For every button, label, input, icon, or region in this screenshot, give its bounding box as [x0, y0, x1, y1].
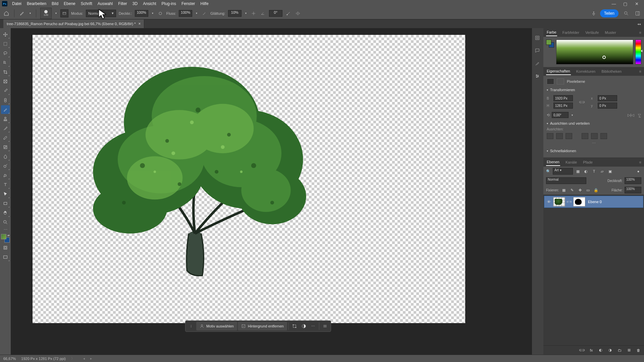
zoom-level[interactable]: 66,67% [3, 357, 16, 361]
panel-menu-icon[interactable]: ≡ [639, 31, 641, 35]
menu-3d[interactable]: 3D [130, 0, 140, 7]
align-center-h-icon[interactable] [556, 133, 563, 139]
tab-eigenschaften[interactable]: Eigenschaften [546, 68, 571, 75]
layer-row[interactable]: 👁 ⊂⊃ Ebene 0 [544, 196, 643, 208]
layer-fill-input[interactable]: 100% [625, 187, 641, 193]
timeline-next-icon[interactable]: ▸ [90, 357, 92, 360]
layer-thumbnail[interactable] [553, 197, 565, 206]
remove-background-button[interactable]: Hintergrund entfernen [238, 322, 287, 330]
layer-opacity-input[interactable]: 100% [625, 177, 641, 184]
align-right-icon[interactable] [566, 133, 572, 139]
eyedropper-tool[interactable] [1, 86, 10, 95]
tab-korrekturen[interactable]: Korrekturen [576, 68, 596, 75]
path-select-tool[interactable] [1, 190, 10, 198]
rotation-dropdown[interactable]: ▾ [571, 113, 574, 117]
comments-panel-icon[interactable] [534, 48, 541, 54]
workspace-icon[interactable] [634, 10, 641, 17]
width-input[interactable] [553, 95, 573, 101]
brush-tool[interactable] [1, 105, 10, 114]
lock-transparency-icon[interactable]: ▦ [561, 187, 567, 193]
screen-mode-icon[interactable] [1, 253, 10, 261]
rotation-input[interactable] [552, 112, 569, 118]
flip-horizontal-icon[interactable]: ▷|◁ [628, 113, 634, 117]
align-top-icon[interactable] [582, 133, 588, 139]
link-wh-icon[interactable]: ⊂⊃ [579, 100, 585, 104]
symmetry-icon[interactable] [294, 10, 301, 17]
foreground-color-swatch[interactable] [1, 234, 6, 239]
panel-menu-icon[interactable]: ≡ [639, 160, 641, 164]
menu-fenster[interactable]: Fenster [179, 0, 198, 7]
gradient-tool[interactable] [1, 143, 10, 152]
layer-blend-select[interactable]: Normal [546, 177, 586, 184]
smooth-dropdown[interactable]: ▾ [244, 12, 248, 15]
quick-mask-icon[interactable] [1, 243, 10, 252]
airbrush-icon[interactable] [201, 10, 208, 17]
menu-bild[interactable]: Bild [49, 0, 61, 7]
tab-kanale[interactable]: Kanäle [565, 159, 578, 166]
pin-icon[interactable] [590, 10, 597, 17]
maximize-icon[interactable]: ▢ [623, 1, 628, 6]
opacity-dropdown[interactable]: ▾ [151, 12, 154, 15]
filter-search-icon[interactable]: 🔍 [546, 169, 551, 174]
layer-visibility-icon[interactable]: 👁 [546, 200, 552, 204]
filter-type-icon[interactable]: T [591, 168, 597, 174]
flow-dropdown[interactable]: ▾ [195, 12, 198, 15]
rectangle-tool[interactable] [1, 199, 10, 208]
filter-toggle-icon[interactable]: ● [635, 168, 641, 174]
brush-preset-dropdown[interactable]: ▾ [54, 12, 58, 15]
filter-shape-icon[interactable]: ▱ [599, 168, 605, 174]
align-left-icon[interactable] [547, 133, 553, 139]
heal-tool[interactable] [1, 96, 10, 105]
document-tab[interactable]: tree-7186835_Ramon Perucho auf Pixabay.j… [3, 19, 144, 28]
menu-auswahl[interactable]: Auswahl [95, 0, 115, 7]
layer-mask-thumbnail[interactable] [573, 197, 585, 206]
taskbar-transform-icon[interactable] [290, 322, 299, 330]
history-panel-icon[interactable] [534, 35, 541, 42]
menu-filter[interactable]: Filter [115, 0, 130, 7]
lock-position-icon[interactable]: ✥ [577, 187, 583, 193]
minimize-icon[interactable]: — [611, 1, 616, 6]
brushes-panel-icon[interactable] [534, 60, 541, 67]
saturation-brightness-field[interactable] [556, 40, 633, 64]
close-icon[interactable]: ✕ [634, 1, 639, 6]
pressure-size-icon[interactable] [285, 10, 292, 17]
select-subject-button[interactable]: Motiv auswählen [196, 322, 237, 330]
smooth-input[interactable]: 10% [228, 10, 241, 17]
smooth-options-icon[interactable] [250, 10, 257, 17]
swap-colors-icon[interactable]: ⇄ [7, 234, 10, 237]
history-brush-tool[interactable] [1, 124, 10, 133]
home-icon[interactable] [3, 10, 10, 17]
blend-mode-select[interactable]: Normal▾ [86, 10, 116, 17]
flow-input[interactable]: 100% [179, 10, 192, 17]
new-layer-icon[interactable]: ⊞ [626, 347, 632, 353]
transform-section-header[interactable]: ▾Transformieren [547, 88, 641, 92]
tab-pfade[interactable]: Pfade [582, 159, 593, 166]
canvas-area[interactable]: ⁞ Motiv auswählen Hintergrund entfernen … [11, 28, 532, 355]
filter-smart-icon[interactable]: ▣ [607, 168, 613, 174]
menu-datei[interactable]: Datei [9, 0, 24, 7]
tool-preset-dropdown[interactable]: ▾ [29, 12, 32, 15]
filter-image-icon[interactable]: ▦ [575, 168, 581, 174]
layer-name-label[interactable]: Ebene 0 [588, 200, 602, 204]
menu-bearbeiten[interactable]: Bearbeiten [24, 0, 49, 7]
angle-input[interactable]: 0° [269, 10, 282, 17]
hue-slider[interactable] [635, 40, 641, 64]
timeline-prev-icon[interactable]: ◂ [83, 357, 85, 360]
tab-close-icon[interactable]: × [138, 21, 141, 26]
menu-schrift[interactable]: Schrift [78, 0, 95, 7]
tab-bibliotheken[interactable]: Bibliotheken [601, 68, 622, 75]
tab-farbfelder[interactable]: Farbfelder [562, 29, 580, 36]
height-input[interactable] [553, 103, 573, 109]
tab-ebenen[interactable]: Ebenen [546, 159, 560, 166]
adjustment-layer-icon[interactable]: ◑ [607, 347, 613, 353]
brush-panel-toggle[interactable] [60, 9, 68, 17]
align-section-header[interactable]: ▾Ausrichten und verteilen [547, 121, 641, 125]
add-mask-icon[interactable]: ◐ [598, 347, 604, 353]
color-swatches[interactable]: ⇄ [1, 234, 10, 243]
marquee-tool[interactable] [1, 40, 10, 48]
tab-farbe[interactable]: Farbe [546, 29, 557, 36]
crop-tool[interactable] [1, 68, 10, 76]
color-swatch-pair[interactable] [546, 40, 554, 48]
eraser-tool[interactable] [1, 133, 10, 142]
menu-plugins[interactable]: Plug-ins [159, 0, 179, 7]
